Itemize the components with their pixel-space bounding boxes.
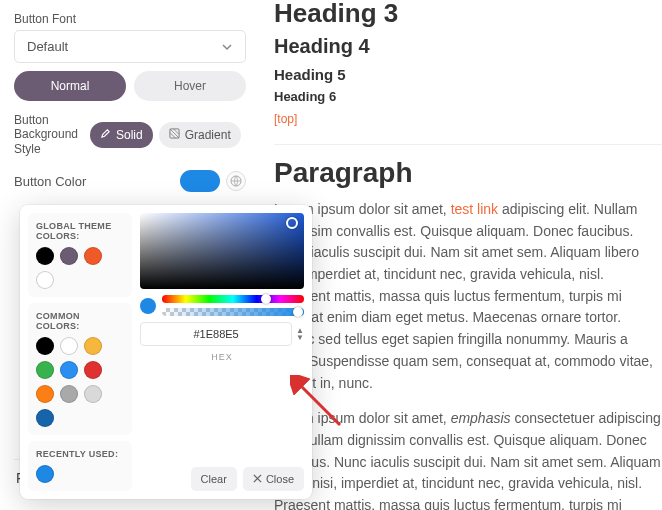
heading-3: Heading 3 [274,0,662,29]
bg-style-label: Button Background Style [14,113,90,156]
global-swatch-1[interactable] [60,247,78,265]
button-font-label: Button Font [14,12,246,26]
global-colors-card: GLOBAL THEME COLORS: [28,213,132,297]
close-button[interactable]: Close [243,467,304,491]
gradient-icon [169,128,180,142]
pencil-icon [100,128,111,142]
common-swatch-2[interactable] [84,337,102,355]
common-swatch-4[interactable] [60,361,78,379]
hex-label: HEX [140,352,304,362]
hue-slider[interactable] [162,295,304,303]
common-swatch-3[interactable] [36,361,54,379]
saturation-handle[interactable] [286,217,298,229]
top-link[interactable]: [top] [274,112,662,126]
recent-colors-card: RECENTLY USED: [28,441,132,491]
tab-normal[interactable]: Normal [14,71,126,101]
heading-4: Heading 4 [274,35,662,58]
button-font-value: Default [27,39,68,54]
bg-style-solid[interactable]: Solid [90,122,153,148]
common-colors-card: COMMON COLORS: [28,303,132,435]
clear-button[interactable]: Clear [191,467,237,491]
common-swatch-0[interactable] [36,337,54,355]
button-color-label: Button Color [14,174,86,189]
global-colors-title: GLOBAL THEME COLORS: [36,221,124,241]
heading-5: Heading 5 [274,66,662,83]
bg-solid-label: Solid [116,128,143,142]
common-swatch-7[interactable] [60,385,78,403]
button-color-swatch[interactable] [180,170,220,192]
global-swatch-3[interactable] [36,271,54,289]
global-swatch-0[interactable] [36,247,54,265]
common-colors-title: COMMON COLORS: [36,311,124,331]
common-swatch-1[interactable] [60,337,78,355]
heading-6: Heading 6 [274,89,662,104]
bg-style-gradient[interactable]: Gradient [159,122,241,148]
saturation-field[interactable] [140,213,304,289]
globe-icon[interactable] [226,171,246,191]
global-swatch-2[interactable] [84,247,102,265]
recent-swatch-0[interactable] [36,465,54,483]
button-font-select[interactable]: Default [14,30,246,63]
close-icon [253,473,262,485]
common-swatch-8[interactable] [84,385,102,403]
button-state-tabs: Normal Hover [14,71,246,101]
chevron-down-icon [221,41,233,53]
test-link[interactable]: test link [451,201,498,217]
common-swatch-9[interactable] [36,409,54,427]
common-swatch-5[interactable] [84,361,102,379]
bg-gradient-label: Gradient [185,128,231,142]
close-label: Close [266,473,294,485]
divider [274,144,662,145]
recent-colors-title: RECENTLY USED: [36,449,124,459]
paragraph-heading: Paragraph [274,157,662,189]
emphasis-text: emphasis [451,410,511,426]
tab-hover[interactable]: Hover [134,71,246,101]
paragraph-2: Lorem ipsum dolor sit amet, emphasis con… [274,408,662,510]
paragraph-1: Lorem ipsum dolor sit amet, test link ad… [274,199,662,394]
common-swatch-6[interactable] [36,385,54,403]
hex-input[interactable] [140,322,292,346]
p1-text-b: adipiscing elit. Nullam dignissim conval… [274,201,653,391]
preview-pane: Heading 3 Heading 4 Heading 5 Heading 6 … [260,0,662,510]
color-picker-popover: GLOBAL THEME COLORS: COMMON COLORS: RECE… [20,205,312,499]
current-color-preview [140,298,156,314]
format-cycle[interactable]: ▲▼ [296,327,304,341]
alpha-slider[interactable] [162,308,304,316]
